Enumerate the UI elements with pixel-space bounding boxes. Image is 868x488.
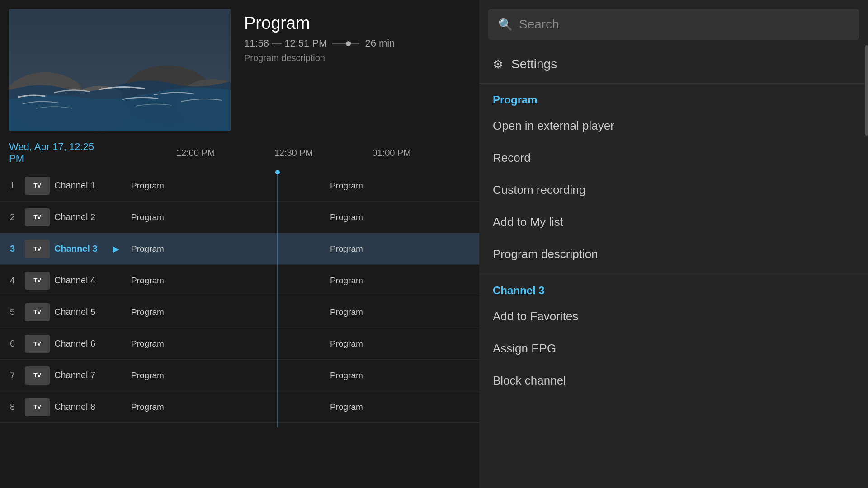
programs-area: Program Program — [127, 360, 479, 391]
after-program: Program — [330, 371, 363, 380]
channel-number: 4 — [0, 275, 25, 286]
program-description: Program description — [244, 53, 470, 63]
channel-logo: TV — [25, 366, 50, 385]
channel-row[interactable]: 6 TV Channel 6 Program Program — [0, 328, 479, 360]
separator-1 — [479, 83, 868, 84]
channel-logo: TV — [25, 335, 50, 353]
time-progress-bar — [332, 43, 359, 44]
program-time: 11:58 — 12:51 PM 26 min — [244, 38, 470, 49]
channel-name: Channel 5 — [54, 307, 113, 317]
channel-logo: TV — [25, 177, 50, 195]
programs-area: Program Program — [127, 265, 479, 296]
channel-name: Channel 2 — [54, 212, 113, 222]
separator-2 — [479, 274, 868, 274]
after-program: Program — [330, 402, 363, 412]
channel-row[interactable]: 7 TV Channel 7 Program Program — [0, 360, 479, 391]
programs-area: Program Program — [127, 328, 479, 360]
program-section-header: Program — [479, 87, 868, 110]
menu-item-custom-recording[interactable]: Custom recording — [479, 174, 868, 206]
channel-logo: TV — [25, 398, 50, 416]
after-program: Program — [330, 307, 363, 317]
before-program: Program — [131, 339, 164, 349]
programs-area: Program Program — [127, 296, 479, 328]
play-icon: ▶ — [113, 244, 127, 254]
before-program: Program — [131, 181, 164, 191]
menu-item-program-description[interactable]: Program description — [479, 238, 868, 270]
menu-item-assign-epg[interactable]: Assign EPG — [479, 333, 868, 365]
programs-area: Program Program — [127, 170, 479, 202]
channel-number: 1 — [0, 180, 25, 191]
search-bar[interactable]: 🔍 Search — [488, 9, 859, 40]
channel-number: 5 — [0, 307, 25, 317]
time-range: 11:58 — 12:51 PM — [244, 38, 327, 49]
program-duration: 26 min — [365, 38, 395, 49]
channel-logo: TV — [25, 303, 50, 321]
time-slot-1: 12:00 PM — [176, 148, 274, 158]
context-menu-panel: 🔍 Search ⚙ Settings Program Open in exte… — [479, 0, 868, 488]
channel-row[interactable]: 5 TV Channel 5 Program Program — [0, 296, 479, 328]
scroll-indicator — [865, 45, 868, 136]
time-slot-2: 12:30 PM — [274, 148, 373, 158]
grid-wrapper: 1 TV Channel 1 Program Program 2 TV Chan… — [0, 170, 479, 423]
time-slots: 12:00 PM 12:30 PM 01:00 PM — [99, 148, 470, 158]
preview-panel: Program 11:58 — 12:51 PM 26 min Program … — [0, 0, 479, 136]
channel-name: Channel 4 — [54, 275, 113, 286]
before-program: Program — [131, 212, 164, 222]
channel-logo: TV — [25, 240, 50, 258]
programs-area: Program Program — [127, 391, 479, 423]
menu-item-open-external[interactable]: Open in external player — [479, 110, 868, 142]
channel-number: 8 — [0, 402, 25, 412]
gear-icon: ⚙ — [493, 57, 503, 71]
program-info: Program 11:58 — 12:51 PM 26 min Program … — [244, 9, 470, 63]
channel-name: Channel 3 — [54, 244, 113, 254]
channel-number: 2 — [0, 212, 25, 222]
menu-item-record[interactable]: Record — [479, 142, 868, 174]
program-title: Program — [244, 14, 470, 33]
after-program: Program — [330, 244, 363, 254]
channel-number: 7 — [0, 370, 25, 380]
timeline-indicator — [277, 170, 278, 423]
channel-row[interactable]: 4 TV Channel 4 Program Program — [0, 265, 479, 296]
main-content: Program 11:58 — 12:51 PM 26 min Program … — [0, 0, 479, 488]
channel-row[interactable]: 8 TV Channel 8 Program Program — [0, 391, 479, 423]
channel-logo: TV — [25, 272, 50, 290]
after-program: Program — [330, 181, 363, 191]
before-program: Program — [131, 276, 164, 286]
channel-row[interactable]: 3 TV Channel 3 ▶ Program Program — [0, 233, 479, 265]
menu-item-block-channel[interactable]: Block channel — [479, 365, 868, 397]
settings-label: Settings — [511, 57, 557, 71]
before-program: Program — [131, 371, 164, 380]
settings-item[interactable]: ⚙ Settings — [479, 49, 868, 80]
preview-thumbnail — [9, 9, 231, 131]
channel-number: 6 — [0, 338, 25, 349]
before-program: Program — [131, 307, 164, 317]
channel-name: Channel 7 — [54, 370, 113, 380]
menu-item-add-to-favorites[interactable]: Add to Favorites — [479, 300, 868, 333]
channel-name: Channel 8 — [54, 402, 113, 412]
channel-number: 3 — [0, 244, 25, 254]
channel-section-header: Channel 3 — [479, 278, 868, 300]
time-slot-3: 01:00 PM — [372, 148, 470, 158]
channel-logo: TV — [25, 208, 50, 226]
after-program: Program — [330, 276, 363, 286]
channel-row[interactable]: 1 TV Channel 1 Program Program — [0, 170, 479, 202]
menu-item-add-to-my-list[interactable]: Add to My list — [479, 206, 868, 238]
before-program: Program — [131, 402, 164, 412]
channel-grid: 1 TV Channel 1 Program Program 2 TV Chan… — [0, 170, 479, 423]
channel-name: Channel 6 — [54, 338, 113, 349]
search-input-label[interactable]: Search — [519, 17, 559, 32]
programs-area: Program Program — [127, 202, 479, 233]
programs-area: Program Program — [127, 233, 479, 265]
channel-name: Channel 1 — [54, 180, 113, 191]
after-program: Program — [330, 339, 363, 349]
current-datetime: Wed, Apr 17, 12:25 PM — [9, 141, 99, 164]
timeline-header: Wed, Apr 17, 12:25 PM 12:00 PM 12:30 PM … — [0, 136, 479, 170]
after-program: Program — [330, 212, 363, 222]
channel-row[interactable]: 2 TV Channel 2 Program Program — [0, 202, 479, 233]
before-program: Program — [131, 244, 164, 254]
timeline-line — [277, 174, 278, 427]
timeline-dot — [275, 170, 280, 174]
search-icon: 🔍 — [498, 18, 513, 32]
